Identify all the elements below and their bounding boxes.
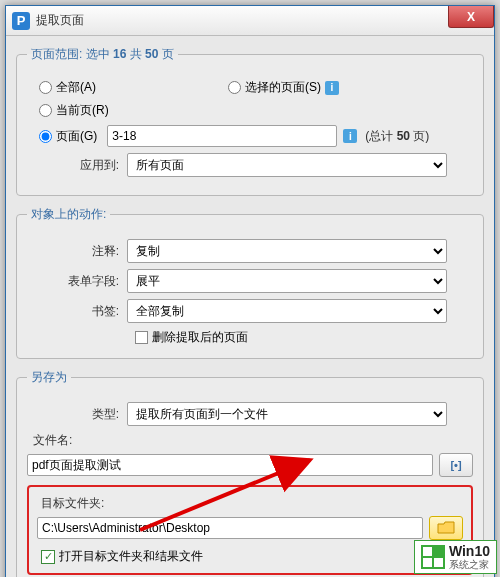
save-as-legend: 另存为 bbox=[27, 369, 71, 386]
folder-icon bbox=[437, 521, 455, 535]
watermark-text: Win10 系统之家 bbox=[449, 544, 490, 570]
titlebar: P 提取页面 X bbox=[6, 6, 494, 36]
page-range-group: 页面范围: 选中 16 共 50 页 全部(A) 选择的页面(S) i 当前页(… bbox=[16, 46, 484, 196]
open-target-label: 打开目标文件夹和结果文件 bbox=[59, 548, 203, 565]
close-button[interactable]: X bbox=[448, 6, 494, 28]
window-title: 提取页面 bbox=[36, 12, 84, 29]
radio-pages[interactable] bbox=[39, 130, 52, 143]
watermark-line2: 系统之家 bbox=[449, 559, 490, 570]
watermark: Win10 系统之家 bbox=[414, 540, 497, 574]
open-target-row: ✓ 打开目标文件夹和结果文件 bbox=[37, 548, 463, 565]
info-icon[interactable]: i bbox=[325, 81, 339, 95]
radio-row-1: 全部(A) 选择的页面(S) i bbox=[27, 79, 473, 96]
annotations-row: 注释: 复制 bbox=[27, 239, 473, 263]
app-icon: P bbox=[12, 12, 30, 30]
filename-options-button[interactable]: [•] bbox=[439, 453, 473, 477]
object-actions-group: 对象上的动作: 注释: 复制 表单字段: 展平 书签: 全部复制 bbox=[16, 206, 484, 359]
bookmarks-select[interactable]: 全部复制 bbox=[127, 299, 447, 323]
open-target-checkbox[interactable]: ✓ bbox=[41, 550, 55, 564]
radio-all-label: 全部(A) bbox=[56, 79, 96, 96]
delete-after-label: 删除提取后的页面 bbox=[152, 329, 248, 346]
bookmarks-label: 书签: bbox=[27, 303, 127, 320]
file-type-row: 类型: 提取所有页面到一个文件 bbox=[27, 402, 473, 426]
filename-label: 文件名: bbox=[33, 433, 72, 447]
browse-folder-button[interactable] bbox=[429, 516, 463, 540]
watermark-logo-icon bbox=[421, 545, 445, 569]
info-icon[interactable]: i bbox=[343, 129, 357, 143]
apply-to-label: 应用到: bbox=[27, 157, 127, 174]
total-pages-text: (总计 50 页) bbox=[365, 128, 429, 145]
bookmarks-row: 书签: 全部复制 bbox=[27, 299, 473, 323]
delete-after-row: 删除提取后的页面 bbox=[135, 329, 473, 346]
svg-line-0 bbox=[140, 460, 310, 530]
object-actions-legend: 对象上的动作: bbox=[27, 206, 110, 223]
form-fields-label: 表单字段: bbox=[27, 273, 127, 290]
annotations-select[interactable]: 复制 bbox=[127, 239, 447, 263]
page-range-input[interactable] bbox=[107, 125, 337, 147]
form-fields-row: 表单字段: 展平 bbox=[27, 269, 473, 293]
annotations-label: 注释: bbox=[27, 243, 127, 260]
page-range-legend: 页面范围: 选中 16 共 50 页 bbox=[27, 46, 178, 63]
radio-all[interactable] bbox=[39, 81, 52, 94]
delete-after-checkbox[interactable] bbox=[135, 331, 148, 344]
watermark-line1: Win10 bbox=[449, 544, 490, 559]
form-fields-select[interactable]: 展平 bbox=[127, 269, 447, 293]
radio-selected-pages[interactable] bbox=[228, 81, 241, 94]
radio-pages-label: 页面(G) bbox=[56, 128, 97, 145]
radio-selected-pages-label: 选择的页面(S) bbox=[245, 79, 321, 96]
radio-current-page[interactable] bbox=[39, 104, 52, 117]
file-type-label: 类型: bbox=[27, 406, 127, 423]
apply-to-select[interactable]: 所有页面 bbox=[127, 153, 447, 177]
annotation-arrow-icon bbox=[130, 440, 350, 540]
file-type-select[interactable]: 提取所有页面到一个文件 bbox=[127, 402, 447, 426]
radio-current-page-label: 当前页(R) bbox=[56, 102, 109, 119]
radio-row-3: 页面(G) i (总计 50 页) bbox=[27, 125, 473, 147]
apply-to-row: 应用到: 所有页面 bbox=[27, 153, 473, 177]
radio-row-2: 当前页(R) bbox=[27, 102, 473, 119]
